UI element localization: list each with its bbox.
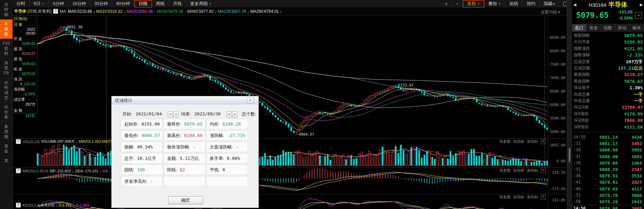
period-button[interactable]: 周线: [152, 0, 169, 7]
tab-盘口[interactable]: 盘口: [572, 24, 587, 31]
end-date-next-button[interactable]: >: [232, 111, 237, 117]
tab-板块[interactable]: 板块: [630, 24, 644, 31]
pane-link[interactable]: 加指标: [513, 139, 524, 144]
ma-settings-button[interactable]: 设置均线 ▾: [541, 9, 560, 15]
close-pane-icon[interactable]: ✕: [541, 139, 546, 144]
tool-button[interactable]: 叠加▼: [484, 0, 506, 7]
info-label: 最 高: [14, 46, 36, 51]
indicator-value: MAVOL1:333.568万 ↓: [79, 139, 115, 144]
ma-value: MA5:5215.66 ↓: [68, 9, 95, 14]
stat-label: 板块涨跌幅:: [167, 144, 190, 149]
dialog-close-icon[interactable]: ✕: [247, 98, 254, 103]
period-button[interactable]: 5分钟: [49, 0, 68, 7]
sidebar-item[interactable]: 分价表: [0, 102, 12, 122]
ma-values: MA5:5215.66 ↓MA10:5315.32 ↓MA20:5552.48 …: [68, 9, 283, 14]
indicator-name: MACD(12,26,9): [23, 169, 48, 173]
region-statistics-dialog[interactable]: 区域统计 ✕ 开始: 2022/01/04 <> 结束: 2022/09/30 …: [111, 96, 259, 208]
start-date-prev-button[interactable]: <: [168, 111, 173, 117]
tick-volume: 2043: [632, 199, 642, 205]
sidebar-item-label: 表: [0, 115, 12, 120]
pane-link[interactable]: 换指标: [527, 195, 538, 200]
dialog-titlebar[interactable]: 区域统计 ✕: [112, 96, 258, 104]
market-field-row: 深证A股13700.47: [572, 104, 644, 110]
prev-symbol-button[interactable]: ◀: [572, 2, 577, 7]
period-button[interactable]: 更多周期▼: [186, 0, 216, 7]
chevron-down-icon: ▼: [42, 2, 44, 5]
period-button[interactable]: 60分钟: [112, 0, 134, 7]
price-axis-label: 8500.00: [548, 35, 565, 40]
tick-price: 5078.98: [592, 205, 618, 209]
tool-button[interactable]: 画线: [506, 0, 523, 7]
tick-time: :56: [573, 199, 581, 205]
tool-button[interactable]: +: [441, 0, 452, 7]
period-button[interactable]: 5日▼: [30, 0, 49, 7]
start-date-next-button[interactable]: >: [173, 111, 178, 117]
tick-price: 5078.28: [592, 199, 618, 205]
tick-volume: 3992: [632, 147, 642, 153]
close-pane-icon[interactable]: ✕: [541, 195, 546, 200]
sidebar-item[interactable]: 龙: [0, 156, 12, 165]
period-button[interactable]: 30分钟: [90, 0, 112, 7]
stat-label: 起始价:: [124, 121, 139, 127]
end-date-prev-button[interactable]: <: [227, 111, 232, 117]
sidebar-item[interactable]: 资金: [0, 141, 12, 156]
pane-link[interactable]: 换指标: [527, 139, 538, 144]
tick-volume: 2665: [632, 205, 642, 209]
tool-button[interactable]: 复权▼: [463, 0, 484, 7]
help-icon[interactable]: ?: [16, 168, 21, 173]
pane-link[interactable]: 加指标: [513, 168, 524, 173]
sidebar-item[interactable]: 分时成交: [0, 78, 12, 102]
ok-button[interactable]: 确定: [168, 196, 203, 204]
sidebar-item-label: 周: [0, 129, 12, 134]
field-label: 最新指数: [574, 32, 590, 39]
sidebar-item[interactable]: K线图: [0, 19, 12, 39]
market-field-row: 最新指数5079.65: [572, 32, 644, 39]
stat-value: 10.1亿手: [137, 156, 156, 161]
close-pane-icon[interactable]: ✕: [541, 168, 546, 173]
tool-button[interactable]: 隐藏»: [540, 0, 559, 7]
field-label: 指数涨幅: [574, 52, 590, 58]
sidebar-item-label: 深: [0, 61, 12, 66]
period-button[interactable]: 15分钟: [68, 0, 90, 7]
add-to-watchlist-button[interactable]: +: [635, 12, 642, 19]
pane-link[interactable]: 改参数: [499, 168, 511, 173]
tab-指数[interactable]: 指数: [601, 24, 615, 31]
pane-link[interactable]: 换指标: [527, 168, 538, 173]
sidebar-item[interactable]: 多周期: [0, 122, 12, 141]
field-label: 总成交额: [574, 65, 590, 71]
period-button[interactable]: 分时: [12, 0, 30, 7]
info-label: 涨 跌: [14, 77, 36, 82]
tool-button[interactable]: −: [452, 0, 463, 7]
tick-volume: 2027: [632, 179, 642, 185]
pane-link[interactable]: 加指标: [513, 195, 524, 200]
sidebar-item[interactable]: 分时图: [0, 0, 12, 19]
help-icon[interactable]: ?: [16, 139, 21, 144]
kline-chart-canvas[interactable]: 8891.386723.974904.57: [0, 0, 644, 209]
field-label: 最高指数: [574, 71, 590, 78]
help-icon[interactable]: ?: [53, 9, 58, 14]
tab-资金[interactable]: 资金: [587, 24, 601, 31]
stat-cell: [206, 176, 248, 186]
period-button[interactable]: 月线: [169, 0, 186, 7]
down-arrow-icon: ↓: [93, 9, 95, 14]
down-arrow-icon: ↓: [76, 139, 78, 143]
tick-time: :21: [573, 153, 581, 160]
sidebar-item[interactable]: 深度F9: [0, 58, 12, 78]
tool-button[interactable]: 简约: [523, 0, 540, 7]
ohlc-info-panel[interactable]: [可拖动] 日 期202209/30开 盘5196.83最 高5219.27最 …: [12, 15, 37, 113]
divider-handle[interactable]: [569, 148, 570, 162]
pane-link[interactable]: 改参数: [499, 195, 511, 200]
stat-cell: 换手率:0.00%: [206, 153, 248, 164]
stat-label: 金额:: [167, 156, 177, 161]
sidebar-item[interactable]: F10资料: [0, 39, 12, 58]
stat-cell: 最低价:4904.57: [121, 130, 163, 141]
tab-异动[interactable]: 异动: [615, 24, 630, 31]
help-icon[interactable]: ?: [16, 203, 21, 208]
next-symbol-button[interactable]: ▶: [639, 2, 644, 7]
chevron-down-icon: ▼: [498, 2, 501, 5]
pane-link[interactable]: 改参数: [499, 139, 511, 144]
tick-volume: 1464: [632, 160, 642, 166]
indicator-value: DIF:-211.622 ↓: [49, 169, 74, 173]
period-button[interactable]: 日线: [134, 0, 152, 7]
stat-cell: 板块涨跌幅:-: [164, 142, 205, 152]
